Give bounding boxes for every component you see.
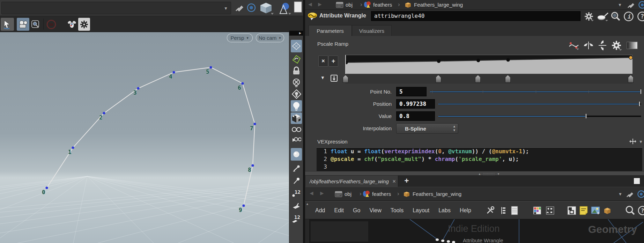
ramp-point-3[interactable] xyxy=(506,58,510,62)
construction-plane-icon[interactable] xyxy=(291,40,302,52)
toolbar-expand-button[interactable]: ► xyxy=(289,31,303,36)
interpolation-dropdown[interactable]: B-Spline ▲▼ xyxy=(396,123,458,134)
help-icon[interactable]: ? xyxy=(637,11,644,22)
menu-layout[interactable]: Layout xyxy=(413,207,429,214)
ramp-point-4[interactable] xyxy=(629,56,632,59)
chevron-down-icon[interactable]: ▼ xyxy=(618,192,622,197)
curve-point-2[interactable] xyxy=(103,112,105,114)
back-arrow-icon[interactable]: ◄ xyxy=(307,1,313,8)
node-name-input[interactable]: attribwrangle40 xyxy=(371,11,580,21)
forward-arrow-icon[interactable]: ► xyxy=(319,190,325,197)
forward-arrow-icon[interactable]: ► xyxy=(317,1,323,8)
close-icon[interactable]: ✕ xyxy=(389,179,400,184)
perspective-menu[interactable]: Persp ▼ xyxy=(227,34,253,42)
box-network-icon[interactable] xyxy=(602,206,612,215)
vex-code-editor[interactable]: 1float u = float(vertexprimindex(0, @vtx… xyxy=(317,147,642,171)
splitter-grip[interactable]: ▲:::::::::▼ xyxy=(478,172,520,176)
path-tab[interactable]: /obj/feathers/Feathers_large_wing ✕ xyxy=(305,176,398,187)
headlight-icon[interactable] xyxy=(291,89,302,99)
link-target-icon[interactable] xyxy=(638,1,644,9)
search-icon[interactable] xyxy=(610,11,621,22)
position-field[interactable]: 0.997238 xyxy=(396,99,435,109)
color-palette-icon[interactable] xyxy=(532,206,542,215)
network-editor[interactable]: Indie Edition Geometry Attribute Wrangle xyxy=(305,219,644,243)
menu-add[interactable]: Add xyxy=(315,207,325,214)
pin-tool-icon[interactable] xyxy=(291,176,302,186)
ramp-preview-swatch[interactable] xyxy=(627,41,638,50)
ramp-handle-strip[interactable] xyxy=(345,74,632,84)
new-tab-button[interactable]: + xyxy=(402,176,411,185)
chevron-down-icon[interactable]: ▼ xyxy=(639,139,643,144)
ramp-point-2[interactable] xyxy=(476,59,480,62)
node-input-dot[interactable] xyxy=(452,241,455,243)
node-input-dot[interactable] xyxy=(447,240,450,243)
ramp-handle-4[interactable] xyxy=(628,75,634,83)
brush-tool-icon[interactable] xyxy=(291,163,302,173)
link-target-icon[interactable] xyxy=(637,190,644,198)
snap-icon[interactable] xyxy=(291,54,302,64)
point-no-slider[interactable] xyxy=(430,87,641,96)
chevron-down-icon[interactable]: ▼ xyxy=(224,6,228,11)
curve-point-5[interactable] xyxy=(209,66,212,68)
blank-page-icon[interactable] xyxy=(294,1,302,15)
search-icon[interactable] xyxy=(625,206,635,215)
ramp-handle-2[interactable] xyxy=(475,75,481,83)
frame-view-button[interactable] xyxy=(30,18,41,31)
pin-icon[interactable] xyxy=(626,190,635,198)
ramp-add-point-button[interactable]: + xyxy=(328,56,338,67)
ramp-handle-3[interactable] xyxy=(505,75,511,83)
info-icon[interactable]: i xyxy=(623,11,634,22)
slider-handle[interactable] xyxy=(639,101,640,106)
bug-tool-button[interactable] xyxy=(66,18,77,31)
pane-splitter[interactable]: ▲:::::::::▼ xyxy=(305,171,644,176)
expand-editor-icon[interactable] xyxy=(629,138,637,145)
scroll-up-icon[interactable]: ▲ xyxy=(306,202,309,206)
ramp-delete-point-button[interactable]: × xyxy=(318,56,328,67)
back-arrow-icon[interactable]: ◄ xyxy=(309,190,314,197)
model-cube-icon[interactable] xyxy=(259,1,274,15)
value-slider[interactable] xyxy=(438,111,641,121)
breadcrumb-feathers-large-wing[interactable]: Feathers_large_wing xyxy=(402,190,461,198)
ramp-flatten-icon[interactable] xyxy=(330,74,338,82)
material-preview-icon[interactable] xyxy=(291,135,302,145)
chevron-down-icon[interactable]: ▼ xyxy=(618,2,622,7)
link-target-icon[interactable] xyxy=(246,3,256,13)
flip-horizontal-icon[interactable] xyxy=(583,41,594,50)
point-no-field[interactable]: 5 xyxy=(396,87,427,96)
light-off-icon[interactable] xyxy=(291,78,302,88)
curve-point-0[interactable] xyxy=(45,186,48,189)
menu-edit[interactable]: Edit xyxy=(334,207,344,214)
curve-point-8[interactable] xyxy=(251,164,254,167)
point-numbers-icon[interactable]: 12 xyxy=(291,189,302,198)
ramp-editor[interactable] xyxy=(345,55,632,74)
flip-vertical-icon[interactable] xyxy=(598,40,607,50)
value-field[interactable]: 0.8 xyxy=(396,111,435,121)
curve-point-9[interactable] xyxy=(242,204,245,207)
tree-view-icon[interactable] xyxy=(498,206,508,215)
breadcrumb-obj[interactable]: obj xyxy=(335,1,353,8)
breadcrumb-obj[interactable]: obj xyxy=(334,190,351,198)
menu-view[interactable]: View xyxy=(369,207,381,214)
menu-labs[interactable]: Labs xyxy=(438,207,451,214)
high-quality-shading-icon[interactable] xyxy=(291,112,302,124)
gear-icon[interactable] xyxy=(584,12,594,21)
ramp-point-1[interactable] xyxy=(437,59,441,63)
position-slider[interactable] xyxy=(438,99,641,109)
tab-parameters[interactable]: Parameters xyxy=(309,25,352,36)
menu-tools[interactable]: Tools xyxy=(391,207,404,214)
menu-go[interactable]: Go xyxy=(353,207,360,214)
node-input-dot[interactable] xyxy=(436,238,439,241)
cook-pan-icon[interactable] xyxy=(597,12,609,21)
tools-wrench-icon[interactable] xyxy=(485,206,495,215)
pin-icon[interactable] xyxy=(627,1,636,9)
geometry-shapes-icon[interactable] xyxy=(276,1,292,15)
pin-icon[interactable] xyxy=(235,3,244,13)
smooth-shaded-icon[interactable] xyxy=(291,148,302,161)
slider-handle[interactable] xyxy=(640,89,642,94)
prim-numbers-icon[interactable]: 12 xyxy=(291,214,302,224)
menu-help[interactable]: Help xyxy=(460,207,471,214)
background-image-icon[interactable]: + xyxy=(591,206,600,215)
ramp-collapse-arrow[interactable]: ▼ xyxy=(320,75,325,80)
maximize-pane-icon[interactable] xyxy=(634,178,640,184)
curve-point-3[interactable] xyxy=(137,87,139,89)
